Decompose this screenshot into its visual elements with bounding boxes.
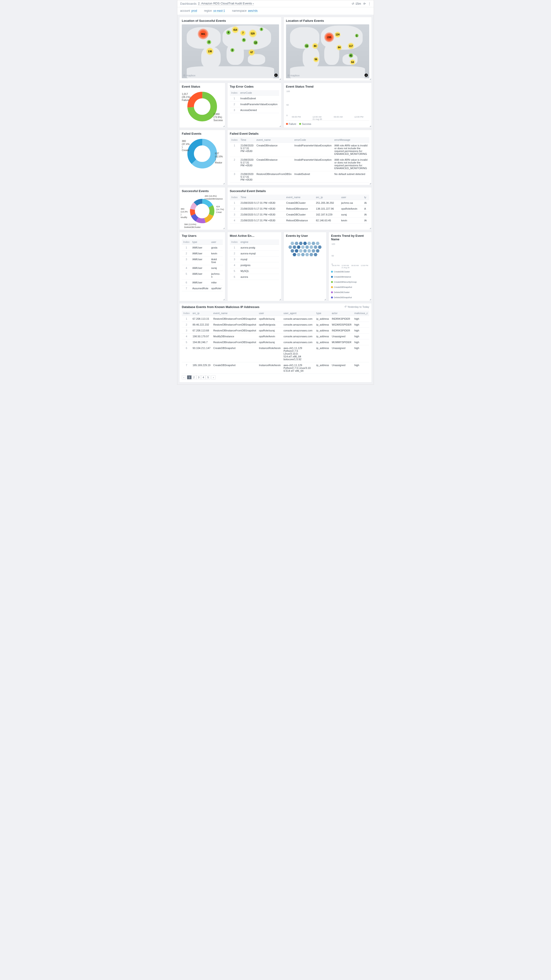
table-row[interactable]: 7AssumedRoleopsRole/ (182, 286, 223, 291)
hex-cell[interactable] (316, 249, 320, 253)
hex-cell[interactable] (309, 253, 313, 256)
legend-item[interactable]: DeleteDBSnapshot (331, 296, 352, 299)
col-header[interactable]: Index (230, 195, 239, 200)
col-header[interactable]: Index (182, 310, 191, 316)
breadcrumb-root[interactable]: Dashboards (180, 2, 197, 5)
table-row[interactable]: 221/08/2020 5:17:31 PM +0530RebootDBInst… (230, 206, 369, 212)
table-row[interactable]: 693.104.211.147CreateDBSnapshotInstanceR… (182, 345, 369, 362)
map-hotspot[interactable]: 529 (249, 30, 257, 38)
hex-cell[interactable] (301, 245, 305, 249)
hex-cell[interactable] (297, 253, 301, 256)
legend-item[interactable]: Failure (286, 123, 296, 125)
refresh-icon[interactable]: ⟳ (363, 2, 366, 5)
legend-item[interactable]: Success (299, 123, 311, 125)
map-hotspot[interactable]: 117 (348, 43, 354, 49)
col-header[interactable]: Index (182, 239, 191, 245)
col-header[interactable]: Index (230, 239, 239, 245)
map-hotspot[interactable]: 4 (226, 30, 231, 35)
hex-cell[interactable] (290, 249, 294, 253)
resize-handle-icon[interactable]: ◢ (223, 125, 225, 127)
table-row[interactable]: 3IAMUserAnkit Goe (182, 256, 223, 265)
hex-cell[interactable] (297, 245, 301, 249)
col-header[interactable]: actor (330, 310, 353, 316)
table-row[interactable]: 4198.50.179.97ModifyDBInstanceopsRole/ke… (182, 334, 369, 339)
pager-page[interactable]: 3 (196, 375, 201, 379)
table-row[interactable]: 6aurora (230, 274, 279, 280)
table-row[interactable]: 4postgres (230, 262, 279, 268)
hex-cell[interactable] (316, 242, 320, 245)
map-hotspot[interactable]: 11 (304, 44, 309, 48)
table-row[interactable]: 167.208.113.15RestoreDBInstanceFromDBSna… (182, 316, 369, 322)
map-hotspot[interactable]: 3 (230, 48, 234, 52)
resize-handle-icon[interactable]: ◢ (223, 298, 225, 301)
table-row[interactable]: 289.46.222.232RestoreDBInstanceFromDBSna… (182, 322, 369, 328)
col-header[interactable]: src_ip (315, 195, 340, 200)
map-hotspot[interactable]: 67 (248, 49, 255, 56)
map-hotspot[interactable]: 5 (242, 38, 246, 42)
pager-page[interactable]: 2 (192, 375, 196, 379)
map-hotspot[interactable]: 901 (198, 29, 209, 39)
resize-handle-icon[interactable]: ◢ (279, 78, 281, 80)
table-row[interactable]: 121/08/2020 5:17:31 PM +0530CreateDBInst… (230, 143, 369, 157)
table-row[interactable]: 5IAMUserjschmo-s (182, 271, 223, 280)
resize-handle-icon[interactable]: ◢ (324, 298, 326, 301)
resize-handle-icon[interactable]: ◢ (369, 298, 371, 301)
hex-cell[interactable] (303, 249, 307, 253)
hex-cell[interactable] (295, 242, 298, 245)
pager-prev[interactable]: ‹ (182, 375, 186, 379)
col-header[interactable]: Index (230, 137, 239, 143)
hex-cell[interactable] (290, 242, 294, 245)
hex-cell[interactable] (301, 253, 305, 256)
col-header[interactable]: event_name (255, 137, 293, 143)
resize-handle-icon[interactable]: ◢ (369, 227, 371, 229)
map-hotspot[interactable]: 414 (232, 26, 239, 33)
filter-region[interactable]: regionus-east-1 (204, 9, 225, 13)
pager-page[interactable]: 5 (206, 375, 210, 379)
pager-next[interactable]: › (211, 375, 215, 379)
table-row[interactable]: 1IAMUsergosia (182, 245, 223, 251)
map-hotspot[interactable]: 7 (240, 30, 246, 36)
legend-item[interactable]: CreateDBInstance (331, 276, 351, 278)
col-header[interactable]: user (210, 239, 223, 245)
table-row[interactable]: 6IAMUsermike (182, 280, 223, 286)
time-range-picker[interactable]: ↺ -15m (352, 2, 361, 5)
col-header[interactable]: ty (363, 195, 369, 200)
table-row[interactable]: 221/08/2020 5:17:31 PM +0530CreateDBInst… (230, 157, 369, 171)
map-hotspot[interactable]: 56 (313, 57, 319, 62)
table-row[interactable]: 1InvalidSubnet (230, 95, 279, 102)
hex-cell[interactable] (295, 249, 298, 253)
resize-handle-icon[interactable]: ◢ (223, 227, 225, 229)
map-failure[interactable]: ◎ mapbox i 2351241118464117564164 (286, 24, 369, 78)
col-header[interactable]: errorMessage (333, 137, 369, 143)
hex-cell[interactable] (299, 242, 303, 245)
col-header[interactable]: type (191, 239, 210, 245)
col-header[interactable]: user_agent (282, 310, 315, 316)
map-hotspot[interactable]: 41 (349, 53, 353, 58)
resize-handle-icon[interactable]: ◢ (279, 125, 281, 127)
hex-cell[interactable] (307, 249, 311, 253)
pager-page[interactable]: 1 (187, 375, 192, 379)
map-hotspot[interactable]: 4 (207, 40, 211, 45)
breadcrumb-current[interactable]: 2. Amazon RDS CloudTrail Audit Events ▾ (198, 2, 254, 6)
resize-handle-icon[interactable]: ◢ (369, 125, 371, 127)
table-row[interactable]: 5194.88.246.7RestoreDBInstanceFromDBSnap… (182, 339, 369, 345)
hex-cell[interactable] (305, 245, 309, 249)
col-header[interactable]: user (340, 195, 363, 200)
hex-cell[interactable] (314, 245, 317, 249)
col-header[interactable]: malicious_c (353, 310, 369, 316)
hex-cell[interactable] (312, 249, 315, 253)
hex-cell[interactable] (318, 245, 322, 249)
hex-cell[interactable] (288, 245, 292, 249)
hex-cell[interactable] (299, 249, 303, 253)
map-hotspot[interactable]: 64 (336, 45, 342, 50)
table-row[interactable]: 121/08/2020 5:17:31 PM +0530CreateDBClus… (230, 200, 369, 206)
col-header[interactable]: user (258, 310, 282, 316)
resize-handle-icon[interactable]: ◢ (369, 78, 371, 80)
pager-page[interactable]: 4 (201, 375, 206, 379)
table-row[interactable]: 2InvalidParameterValueException (230, 102, 279, 107)
table-row[interactable]: 321/08/2020 5:17:31 PM +0530CreateDBClus… (230, 212, 369, 218)
legend-item[interactable]: DeleteDBCluster (331, 291, 350, 293)
resize-handle-icon[interactable]: ◢ (223, 182, 225, 185)
legend-item[interactable]: CreateDBSnapshot (331, 286, 352, 288)
table-row[interactable]: 4IAMUsersuraj (182, 265, 223, 271)
